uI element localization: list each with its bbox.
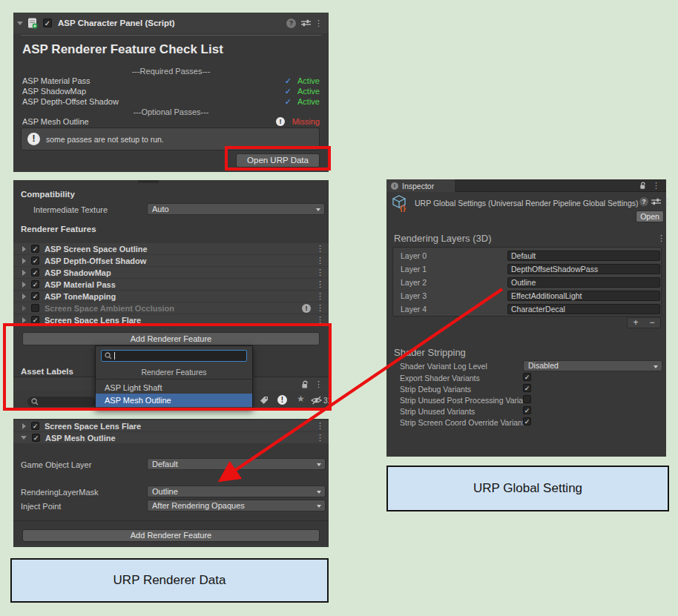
feature-checkbox[interactable]: ✓ (31, 280, 39, 288)
kebab-menu-icon[interactable]: ⋮ (657, 234, 665, 242)
feature-label: ASP ShadowMap (45, 268, 111, 277)
renderer-feature-row[interactable]: ✓ ASP ToneMapping ⋮ (13, 291, 329, 302)
kebab-menu-icon[interactable]: ⋮ (316, 256, 324, 265)
renderer-feature-row[interactable]: ✓ ASP ShadowMap ⋮ (13, 267, 329, 278)
foldout-open-icon[interactable] (21, 436, 27, 440)
tag-icon[interactable] (260, 396, 269, 405)
renderer-feature-row-disabled[interactable]: Screen Space Ambient Occlusion ! ⋮ (13, 302, 329, 314)
pass-status: Active (297, 76, 320, 85)
open-urp-data-button[interactable]: Open URP Data (236, 153, 320, 168)
layer-value-field[interactable]: EffectAdditionalLight (507, 291, 660, 301)
rendering-layer-mask-label: RenderingLayerMask (21, 488, 99, 497)
check-icon: ✓ (285, 87, 292, 96)
renderer-feature-popup: Renderer Features ASP Light Shaft ASP Me… (95, 345, 253, 410)
foldout-icon[interactable] (22, 317, 26, 323)
pass-row: ASP Mesh Outline ! Missing (22, 117, 320, 127)
renderer-feature-row[interactable]: ✓ Screen Space Lens Flare ⋮ (13, 314, 329, 325)
toggle-checkbox[interactable]: ✓ (523, 384, 531, 392)
feature-checkbox[interactable] (31, 304, 39, 312)
add-renderer-feature-button[interactable]: Add Renderer Feature (22, 332, 320, 345)
inject-point-dropdown[interactable]: After Rendering Opaques (147, 500, 326, 511)
add-layer-button[interactable]: + (628, 318, 644, 328)
foldout-open-icon[interactable] (17, 21, 23, 25)
kebab-menu-icon[interactable]: ⋮ (316, 422, 324, 430)
feature-checkbox[interactable]: ✓ (31, 268, 39, 276)
eye-slash-icon[interactable] (311, 396, 322, 405)
tab-inspector[interactable]: i Inspector (386, 179, 455, 192)
kebab-menu-icon[interactable]: ⋮ (662, 198, 671, 206)
add-renderer-feature-button[interactable]: Add Renderer Feature (22, 529, 320, 542)
kebab-menu-icon[interactable]: ⋮ (315, 380, 323, 388)
section-divider (13, 520, 329, 521)
kebab-menu-icon[interactable]: ⋮ (316, 304, 324, 312)
preset-icon[interactable] (301, 19, 311, 27)
foldout-icon[interactable] (22, 270, 26, 276)
feature-checkbox[interactable]: ✓ (31, 316, 39, 324)
foldout-icon[interactable] (22, 246, 26, 252)
layer-value-field[interactable]: DepthOffsetShadowPass (507, 264, 660, 274)
foldout-icon[interactable] (22, 305, 26, 311)
toggle-checkbox[interactable]: ✓ (523, 373, 531, 381)
toggle-label: Strip Unused Post Processing Varian (400, 396, 523, 405)
intermediate-texture-label: Intermediate Texture (33, 205, 108, 214)
game-object-layer-dropdown[interactable]: Default (147, 458, 326, 470)
layer-label: Layer 4 (401, 305, 427, 314)
feature-label: Screen Space Ambient Occlusion (45, 304, 174, 313)
feature-checkbox[interactable]: ✓ (31, 256, 39, 265)
layer-value-field[interactable]: Default (507, 251, 660, 261)
lock-open-icon[interactable] (639, 182, 647, 190)
feature-search-input[interactable] (101, 350, 247, 362)
popup-item[interactable]: ASP Light Shaft (96, 381, 252, 394)
feature-checkbox[interactable]: ✓ (31, 292, 39, 300)
toggle-checkbox[interactable] (523, 395, 531, 403)
rendering-layer-mask-dropdown[interactable]: Outline (147, 486, 326, 497)
kebab-menu-icon[interactable]: ⋮ (316, 316, 324, 324)
asset-search-input[interactable] (27, 397, 96, 407)
kebab-menu-icon[interactable]: ⋮ (652, 182, 660, 190)
kebab-menu-icon[interactable]: ⋮ (316, 292, 324, 300)
shader-variant-log-level-dropdown[interactable]: Disabled (523, 360, 662, 371)
star-icon[interactable]: ★ (297, 394, 305, 404)
layer-label: Layer 3 (401, 291, 427, 300)
checklist-heading: ASP Renderer Feature Check List (22, 42, 223, 57)
feature-checkbox[interactable]: ✓ (32, 434, 40, 442)
component-enabled-checkbox[interactable]: ✓ (43, 19, 52, 27)
popup-item-selected[interactable]: ASP Mesh Outline (96, 394, 252, 407)
layer-value-field[interactable]: CharacterDecal (507, 304, 660, 314)
help-icon[interactable]: ? (286, 19, 296, 28)
help-icon[interactable]: ? (639, 197, 648, 206)
lock-open-icon[interactable] (301, 380, 309, 389)
foldout-icon[interactable] (22, 258, 26, 264)
renderer-feature-row[interactable]: ✓ ASP Screen Space Outline ⋮ (13, 243, 329, 254)
component-header[interactable]: ✓ ASP Character Panel (Script) ? ⋮ (13, 13, 329, 33)
foldout-icon[interactable] (22, 294, 26, 299)
shader-variant-log-level-label: Shader Variant Log Level (400, 362, 487, 371)
renderer-feature-row[interactable]: ✓ ASP Material Pass ⋮ (13, 279, 329, 290)
kebab-menu-icon[interactable]: ⋮ (316, 268, 324, 276)
feature-checkbox[interactable]: ✓ (31, 422, 39, 430)
kebab-menu-icon[interactable]: ⋮ (315, 19, 323, 27)
renderer-feature-row-expanded[interactable]: ✓ ASP Mesh Outline ⋮ (13, 432, 329, 443)
kebab-menu-icon[interactable]: ⋮ (316, 434, 324, 442)
remove-layer-button[interactable]: − (644, 318, 660, 328)
caption-text: URP Renderer Data (113, 573, 226, 588)
intermediate-texture-dropdown[interactable]: Auto (147, 203, 325, 215)
clipped-widget (138, 180, 159, 183)
renderer-feature-row[interactable]: ✓ ASP Depth-Offset Shadow ⋮ (13, 255, 329, 266)
toggle-checkbox[interactable]: ✓ (523, 417, 531, 425)
inspector-header-title: URP Global Settings (Universal Render Pi… (415, 199, 639, 208)
foldout-icon[interactable] (22, 423, 26, 429)
kebab-menu-icon[interactable]: ⋮ (316, 280, 324, 288)
preset-icon[interactable] (651, 198, 661, 205)
open-button[interactable]: Open (636, 211, 664, 222)
feature-checkbox[interactable]: ✓ (31, 245, 39, 253)
bundle-warning-icon[interactable]: ! (277, 395, 287, 405)
incompatible-warning-icon: ! (302, 304, 311, 313)
caption-urp-renderer-data: URP Renderer Data (10, 558, 329, 603)
kebab-menu-icon[interactable]: ⋮ (316, 245, 324, 253)
renderer-feature-row[interactable]: ✓ Screen Space Lens Flare ⋮ (13, 420, 329, 431)
toggle-checkbox[interactable]: ✓ (523, 406, 531, 414)
foldout-icon[interactable] (22, 282, 26, 288)
layer-value-field[interactable]: Outline (507, 277, 660, 288)
feature-label: ASP Screen Space Outline (45, 245, 148, 254)
